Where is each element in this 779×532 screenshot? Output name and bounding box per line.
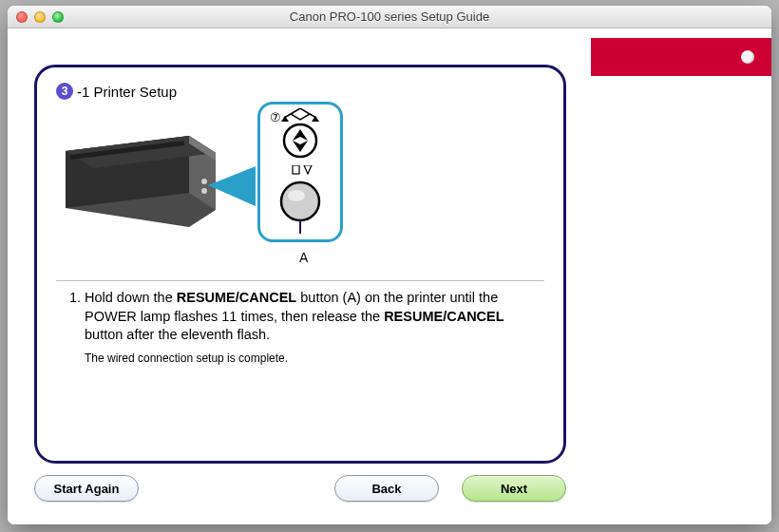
next-button[interactable]: Next: [462, 475, 566, 502]
step-title: -1 Printer Setup: [77, 84, 177, 100]
step-badge: 3: [56, 83, 73, 100]
step-heading: 3 -1 Printer Setup: [56, 83, 544, 100]
divider: [56, 280, 544, 281]
brand-dot-icon: [741, 50, 754, 64]
brand-band: [591, 38, 771, 76]
svg-marker-12: [281, 116, 289, 122]
resume-cancel-button-icon: [262, 165, 338, 234]
illustration: ⑦: [56, 109, 544, 271]
minimize-icon[interactable]: [34, 11, 46, 23]
zoom-icon[interactable]: [52, 11, 64, 23]
svg-rect-17: [293, 165, 299, 174]
instruction-panel: 3 -1 Printer Setup: [34, 65, 566, 464]
content-area: 3 -1 Printer Setup: [8, 28, 771, 524]
button-label-a: A: [299, 250, 308, 265]
instruction-item: Hold down the RESUME/CANCEL button (A) o…: [85, 289, 541, 366]
step-number-icon: ⑦: [270, 110, 281, 124]
svg-marker-18: [304, 165, 312, 174]
svg-marker-9: [291, 108, 310, 120]
close-icon[interactable]: [16, 11, 28, 23]
svg-marker-13: [312, 116, 319, 122]
svg-point-7: [201, 188, 207, 194]
window-title: Canon PRO-100 series Setup Guide: [8, 10, 771, 24]
instruction-note: The wired connection setup is complete.: [85, 351, 541, 366]
instruction-seg: Hold down the: [85, 290, 177, 305]
traffic-lights: [8, 11, 64, 23]
titlebar: Canon PRO-100 series Setup Guide: [8, 6, 771, 28]
instruction-text: Hold down the RESUME/CANCEL button (A) o…: [56, 289, 544, 366]
instruction-seg: button after the eleventh flash.: [85, 327, 270, 342]
instruction-bold: RESUME/CANCEL: [177, 290, 296, 305]
instruction-bold: RESUME/CANCEL: [384, 309, 504, 324]
svg-point-20: [288, 190, 305, 201]
start-again-button[interactable]: Start Again: [34, 475, 139, 502]
printer-icon: [56, 124, 256, 238]
svg-point-6: [201, 179, 207, 184]
app-window: Canon PRO-100 series Setup Guide 3 -1 Pr…: [8, 6, 771, 524]
back-button[interactable]: Back: [334, 475, 439, 502]
button-row: Start Again Back Next: [34, 475, 566, 502]
svg-point-19: [281, 182, 319, 220]
button-detail: ⑦: [257, 102, 343, 242]
